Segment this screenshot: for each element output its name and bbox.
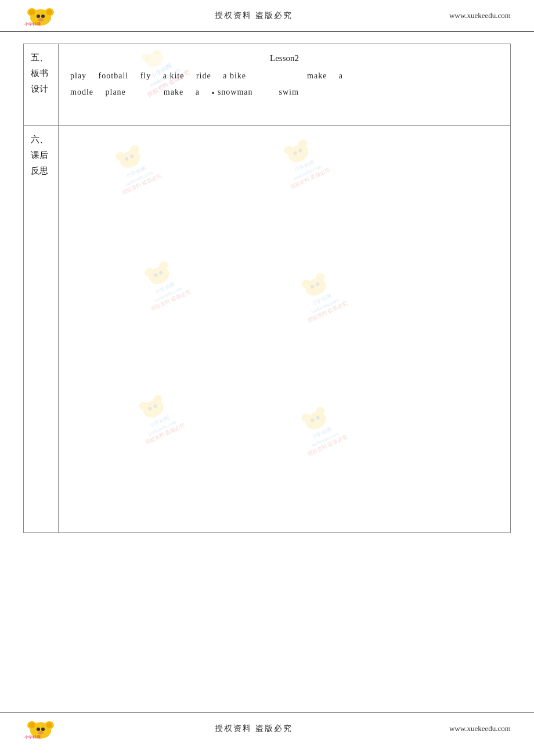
- footer-logo: 小学科网: [23, 718, 58, 740]
- svg-point-14: [128, 144, 140, 155]
- svg-point-20: [293, 151, 297, 156]
- section5-inner: 小学科网 xuekeedu.com 授权资料 盗版必究 Lesson2 play…: [66, 50, 503, 120]
- svg-point-34: [151, 394, 163, 405]
- doc-table: 五、 板书 设计 小学科网 xuekeedu.com 授权资料 盗版必究: [23, 44, 511, 533]
- svg-point-46: [46, 722, 52, 728]
- svg-point-25: [153, 273, 158, 278]
- svg-text:小学科网: 小学科网: [24, 735, 41, 739]
- section6-label: 六、 课后 反思: [24, 126, 59, 533]
- svg-point-22: [146, 264, 172, 287]
- section6-content: 小学科网 xuekeedu.com 授权资料 盗版必究 小学科网 xuekeed…: [59, 126, 511, 533]
- svg-point-47: [37, 728, 40, 731]
- svg-point-35: [147, 406, 152, 411]
- main-content: 五、 板书 设计 小学科网 xuekeedu.com 授权资料 盗版必究: [0, 32, 534, 545]
- svg-point-28: [300, 278, 312, 289]
- svg-point-15: [124, 157, 129, 161]
- svg-point-49: [38, 731, 44, 735]
- svg-point-41: [315, 416, 320, 420]
- svg-point-45: [29, 722, 35, 728]
- svg-point-27: [303, 275, 329, 299]
- header-center-text: 授权资料 盗版必究: [215, 10, 293, 21]
- svg-point-38: [300, 412, 312, 423]
- section6-row: 六、 课后 反思 小学科网 xuekeedu.com 授权资料 盗版必究: [24, 126, 511, 533]
- svg-point-12: [117, 147, 143, 171]
- logo-icon: 小学科网: [23, 5, 58, 27]
- svg-point-17: [286, 142, 311, 165]
- svg-point-39: [314, 405, 326, 416]
- svg-point-36: [153, 404, 157, 409]
- svg-point-21: [298, 149, 302, 153]
- svg-point-40: [310, 418, 315, 423]
- vocab-line1: play football fly a kite ride a bike mak…: [70, 68, 499, 84]
- svg-point-16: [129, 154, 134, 159]
- svg-point-26: [158, 271, 163, 275]
- footer-right-text: www.xuekeedu.com: [449, 724, 511, 733]
- footer-logo-icon: 小学科网: [23, 718, 58, 740]
- page-footer: 小学科网 授权资料 盗版必究 www.xuekeedu.com: [0, 712, 534, 744]
- header-logo: 小学科网: [23, 5, 58, 27]
- svg-point-4: [46, 9, 52, 15]
- svg-point-31: [315, 282, 320, 287]
- svg-point-48: [41, 728, 45, 731]
- svg-point-6: [41, 15, 45, 18]
- section5-row: 五、 板书 设计 小学科网 xuekeedu.com 授权资料 盗版必究: [24, 44, 511, 126]
- vocab-line2: modle plane make a snowman swim: [70, 84, 499, 100]
- svg-point-18: [283, 145, 294, 156]
- section5-label: 五、 板书 设计: [24, 44, 59, 126]
- svg-point-3: [29, 9, 35, 15]
- svg-point-33: [138, 400, 149, 411]
- svg-point-29: [314, 272, 326, 283]
- svg-point-32: [140, 397, 166, 421]
- header-right-text: www.xuekeedu.com: [449, 11, 511, 20]
- svg-point-37: [303, 409, 329, 433]
- section5-content: 小学科网 xuekeedu.com 授权资料 盗版必究 Lesson2 play…: [59, 44, 511, 126]
- footer-center-text: 授权资料 盗版必究: [215, 723, 293, 734]
- watermark-overlay-6: 小学科网 xuekeedu.com 授权资料 盗版必究 小学科网 xuekeed…: [66, 132, 503, 527]
- svg-point-5: [37, 15, 40, 18]
- section6-inner: 小学科网 xuekeedu.com 授权资料 盗版必究 小学科网 xuekeed…: [66, 132, 503, 527]
- page-header: 小学科网 授权资料 盗版必究 www.xuekeedu.com: [0, 0, 534, 32]
- svg-point-30: [310, 285, 315, 289]
- svg-point-13: [114, 150, 126, 161]
- svg-point-24: [157, 260, 169, 271]
- lesson-title: Lesson2: [70, 53, 499, 63]
- svg-point-7: [38, 18, 44, 21]
- svg-text:小学科网: 小学科网: [24, 22, 41, 26]
- svg-point-19: [297, 138, 308, 149]
- svg-point-23: [143, 267, 155, 278]
